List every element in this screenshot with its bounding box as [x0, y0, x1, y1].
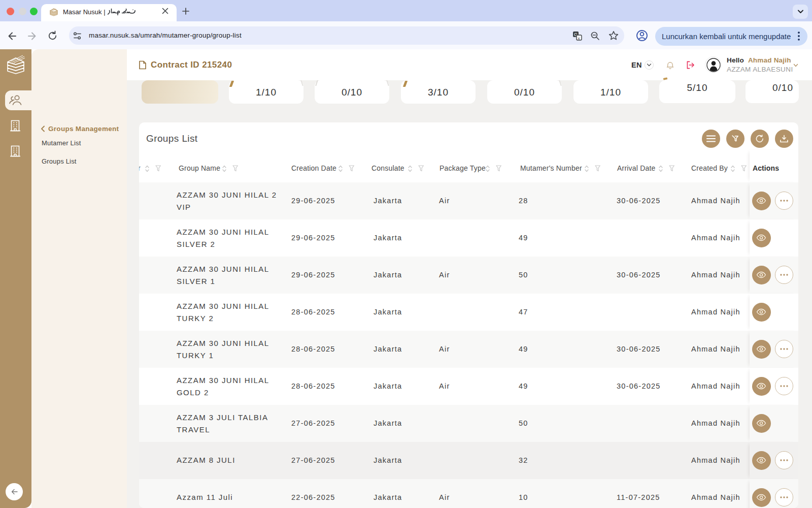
svg-text:x: x	[578, 36, 580, 41]
